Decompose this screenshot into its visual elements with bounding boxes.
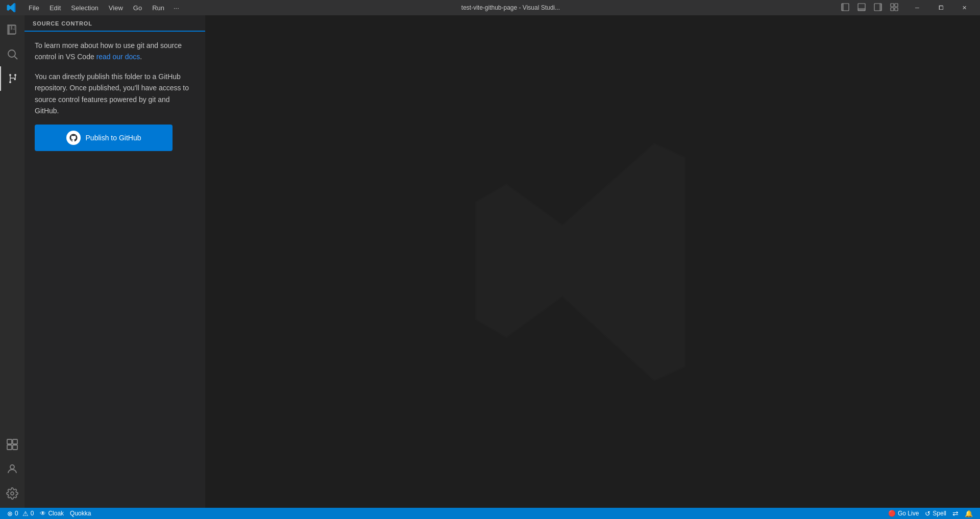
read-docs-link[interactable]: read our docs	[96, 53, 140, 61]
toggle-panel-icon[interactable]	[854, 2, 869, 14]
quokka-label: Quokka	[70, 510, 91, 517]
vscode-watermark-icon	[465, 133, 721, 390]
activity-account[interactable]	[0, 457, 24, 481]
menu-bar: File Edit Selection View Go Run ···	[23, 2, 183, 14]
menu-selection[interactable]: Selection	[66, 2, 103, 14]
svg-rect-5	[879, 4, 881, 11]
close-button[interactable]: ✕	[952, 0, 976, 15]
info-text-1: To learn more about how to use git and s…	[35, 40, 195, 63]
svg-rect-6	[891, 4, 894, 7]
menu-edit[interactable]: Edit	[44, 2, 66, 14]
source-control-header: SOURCE CONTROL	[24, 15, 205, 31]
error-count: 0	[15, 510, 18, 517]
spell-status[interactable]: ↺ Spell	[922, 508, 949, 519]
menu-run[interactable]: Run	[147, 2, 169, 14]
svg-rect-14	[13, 439, 17, 444]
activity-bottom	[0, 457, 24, 506]
errors-status[interactable]: ⊗ 0 ⚠ 0	[4, 508, 37, 519]
go-live-status[interactable]: 🔴 Go Live	[885, 508, 922, 519]
svg-rect-3	[858, 8, 865, 11]
svg-rect-7	[895, 4, 898, 7]
svg-point-18	[11, 492, 14, 495]
sync-icon: ⇄	[952, 509, 959, 517]
source-control-content: To learn more about how to use git and s…	[24, 31, 205, 508]
editor-area	[206, 15, 980, 508]
notifications-status[interactable]: 🔔	[962, 508, 976, 519]
activity-bar	[0, 15, 24, 508]
window-controls: ─ ⧠ ✕	[905, 0, 976, 15]
activity-explorer[interactable]	[0, 17, 24, 42]
svg-rect-9	[895, 8, 898, 11]
toggle-primary-sidebar-icon[interactable]	[838, 2, 852, 14]
go-live-label: Go Live	[898, 510, 919, 517]
cloak-label: Cloak	[48, 510, 64, 517]
activity-search[interactable]	[0, 42, 24, 66]
maximize-button[interactable]: ⧠	[929, 0, 952, 15]
quokka-status[interactable]: Quokka	[67, 508, 94, 519]
go-live-icon: 🔴	[888, 510, 896, 517]
svg-point-11	[8, 50, 15, 57]
publish-to-github-button[interactable]: Publish to GitHub	[35, 125, 173, 151]
publish-button-label: Publish to GitHub	[86, 134, 141, 142]
titlebar: File Edit Selection View Go Run ··· test…	[0, 0, 980, 15]
github-icon	[66, 131, 81, 145]
svg-rect-13	[7, 439, 12, 444]
vscode-logo-icon	[4, 3, 19, 13]
minimize-button[interactable]: ─	[905, 0, 929, 15]
svg-rect-16	[13, 445, 17, 450]
activity-extensions[interactable]	[0, 432, 24, 457]
cloak-icon: 👁	[40, 510, 46, 517]
svg-rect-8	[891, 8, 894, 11]
cloak-status[interactable]: 👁 Cloak	[37, 508, 67, 519]
error-icon: ⊗	[7, 510, 13, 517]
bell-icon: 🔔	[965, 510, 973, 517]
menu-view[interactable]: View	[104, 2, 128, 14]
activity-settings[interactable]	[0, 481, 24, 506]
svg-rect-1	[842, 4, 844, 11]
svg-line-12	[15, 57, 18, 60]
toggle-secondary-sidebar-icon[interactable]	[871, 2, 885, 14]
warning-icon: ⚠	[22, 510, 29, 517]
info-text-2: You can directly publish this folder to …	[35, 71, 195, 117]
sidebar: SOURCE CONTROL To learn more about how t…	[24, 15, 206, 508]
spell-icon: ↺	[925, 510, 930, 517]
statusbar: ⊗ 0 ⚠ 0 👁 Cloak Quokka 🔴 Go Live ↺ Spell…	[0, 508, 980, 519]
activity-source-control[interactable]	[0, 66, 24, 91]
sync-status[interactable]: ⇄	[949, 508, 962, 519]
customize-layout-icon[interactable]	[887, 2, 901, 14]
menu-go[interactable]: Go	[128, 2, 147, 14]
layout-controls	[838, 2, 901, 14]
spell-label: Spell	[933, 510, 946, 517]
main-area: SOURCE CONTROL To learn more about how t…	[0, 15, 980, 508]
menu-more[interactable]: ···	[169, 2, 183, 14]
menu-file[interactable]: File	[23, 2, 44, 14]
svg-point-17	[10, 465, 14, 469]
svg-rect-15	[7, 445, 12, 450]
window-title: test-vite-github-page - Visual Studi...	[183, 4, 838, 11]
warning-count: 0	[31, 510, 34, 517]
